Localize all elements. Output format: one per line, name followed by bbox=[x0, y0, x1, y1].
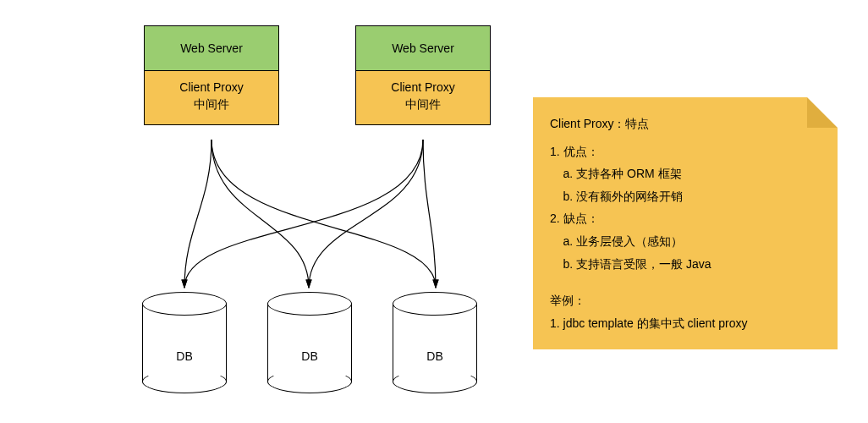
db-top bbox=[142, 292, 227, 316]
web-server-box: Web Server bbox=[145, 26, 278, 71]
note-line: a. 业务层侵入（感知） bbox=[550, 230, 822, 253]
db-top bbox=[393, 292, 477, 316]
database-cylinder-2: DB bbox=[267, 292, 352, 385]
db-bottom bbox=[267, 370, 352, 393]
client-proxy-box: Client Proxy 中间件 bbox=[356, 71, 490, 124]
db-label: DB bbox=[142, 349, 227, 363]
note-line: 举例： bbox=[550, 289, 822, 312]
diagram-canvas: Web Server Client Proxy 中间件 Web Server C… bbox=[0, 0, 868, 423]
db-label: DB bbox=[393, 349, 477, 363]
client-proxy-label-line2: 中间件 bbox=[405, 97, 441, 111]
note-line: a. 支持各种 ORM 框架 bbox=[550, 162, 822, 185]
client-proxy-label-line2: 中间件 bbox=[194, 97, 229, 111]
db-bottom bbox=[393, 370, 477, 393]
database-cylinder-1: DB bbox=[142, 292, 227, 385]
database-cylinder-3: DB bbox=[393, 292, 477, 385]
note-title: Client Proxy：特点 bbox=[550, 113, 822, 135]
db-label: DB bbox=[267, 349, 352, 363]
web-server-label: Web Server bbox=[392, 41, 454, 55]
note-fold-corner bbox=[807, 97, 838, 128]
note-line: b. 支持语言受限，一般 Java bbox=[550, 253, 822, 276]
web-server-box: Web Server bbox=[356, 26, 490, 71]
db-bottom bbox=[142, 370, 227, 393]
client-proxy-label-line1: Client Proxy bbox=[179, 80, 243, 94]
note-line: 1. jdbc template 的集中式 client proxy bbox=[550, 312, 822, 335]
server-stack-2: Web Server Client Proxy 中间件 bbox=[355, 25, 491, 125]
note-line: b. 没有额外的网络开销 bbox=[550, 185, 822, 208]
note-line bbox=[550, 275, 822, 289]
client-proxy-label-line1: Client Proxy bbox=[391, 80, 454, 94]
db-top bbox=[267, 292, 352, 316]
note-line: 1. 优点： bbox=[550, 140, 822, 163]
note-line: 2. 缺点： bbox=[550, 207, 822, 230]
web-server-label: Web Server bbox=[180, 41, 243, 55]
sticky-note: Client Proxy：特点 1. 优点： a. 支持各种 ORM 框架 b.… bbox=[533, 97, 838, 349]
client-proxy-box: Client Proxy 中间件 bbox=[145, 71, 278, 124]
server-stack-1: Web Server Client Proxy 中间件 bbox=[144, 25, 279, 125]
